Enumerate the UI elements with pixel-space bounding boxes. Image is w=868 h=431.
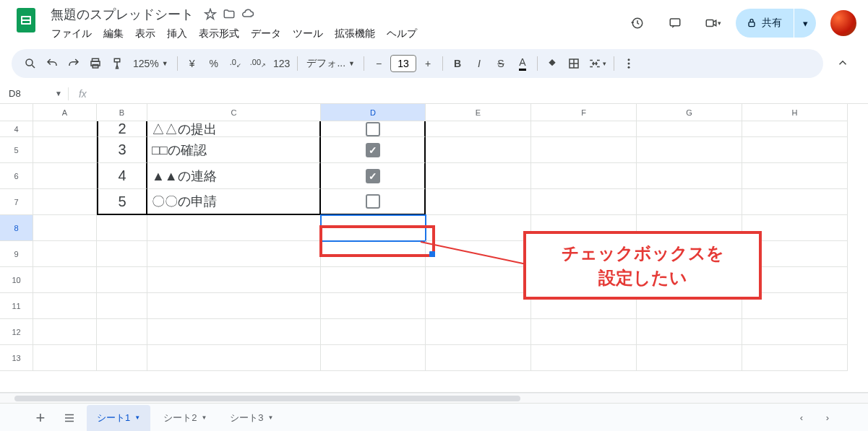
cell-D8[interactable] [321, 215, 426, 241]
fill-color-button[interactable] [542, 53, 562, 74]
sheets-logo[interactable] [12, 6, 40, 35]
cell-F7[interactable] [531, 189, 637, 215]
cell-E13[interactable] [426, 345, 531, 371]
checkbox[interactable] [366, 194, 380, 209]
bold-button[interactable]: B [447, 53, 468, 74]
cell-E8[interactable] [426, 215, 531, 241]
cell-H7[interactable] [742, 189, 848, 215]
menu-挿入[interactable]: 挿入 [162, 25, 192, 43]
cell-B9[interactable] [97, 241, 147, 267]
row-header-6[interactable]: 6 [0, 163, 33, 189]
cell-E12[interactable] [426, 319, 531, 345]
cell-C12[interactable] [147, 319, 321, 345]
collapse-toolbar-icon[interactable] [829, 52, 856, 76]
menu-編集[interactable]: 編集 [98, 25, 129, 43]
all-sheets-button[interactable] [58, 406, 81, 430]
sheet-tab-シート2[interactable]: シート2 ▼ [153, 405, 217, 431]
cell-G12[interactable] [637, 319, 742, 345]
col-header-A[interactable]: A [33, 104, 97, 121]
cell-A4[interactable] [33, 121, 97, 137]
cell-E4[interactable] [426, 121, 531, 137]
undo-icon[interactable] [42, 53, 62, 74]
col-header-C[interactable]: C [147, 104, 321, 121]
cell-D7[interactable] [321, 189, 426, 215]
cell-D6[interactable] [321, 163, 426, 189]
cell-G4[interactable] [637, 121, 742, 137]
font-select[interactable]: デフォ... ▼ [302, 53, 359, 74]
merge-button[interactable]: ▾ [585, 53, 609, 74]
cell-B6[interactable]: 4 [97, 163, 147, 189]
currency-button[interactable]: ¥ [182, 53, 202, 74]
cell-D5[interactable] [321, 137, 426, 163]
checkbox[interactable] [366, 122, 380, 136]
cell-A6[interactable] [33, 163, 97, 189]
percent-button[interactable]: % [204, 53, 224, 74]
cloud-status-icon[interactable] [241, 8, 254, 21]
cell-B5[interactable]: 3 [97, 137, 147, 163]
cell-C10[interactable] [147, 267, 321, 293]
cell-E10[interactable] [426, 267, 531, 293]
cell-A11[interactable] [33, 293, 97, 319]
menu-表示形式[interactable]: 表示形式 [194, 25, 244, 43]
cell-A10[interactable] [33, 267, 97, 293]
menu-ファイル[interactable]: ファイル [46, 25, 97, 43]
col-header-B[interactable]: B [97, 104, 147, 121]
cell-A9[interactable] [33, 241, 97, 267]
cell-A5[interactable] [33, 137, 97, 163]
row-header-7[interactable]: 7 [0, 189, 33, 215]
font-size-increase[interactable]: + [418, 53, 438, 74]
cell-A7[interactable] [33, 189, 97, 215]
strikethrough-button[interactable]: S [491, 53, 511, 74]
cell-E6[interactable] [426, 163, 531, 189]
cell-F13[interactable] [531, 345, 637, 371]
cell-D13[interactable] [321, 345, 426, 371]
meet-icon[interactable]: ▾ [698, 9, 727, 38]
text-color-button[interactable]: A [512, 53, 533, 74]
menu-ヘルプ[interactable]: ヘルプ [382, 25, 422, 43]
row-header-5[interactable]: 5 [0, 137, 33, 163]
cell-B10[interactable] [97, 267, 147, 293]
search-icon[interactable] [20, 53, 40, 74]
horizontal-scrollbar[interactable] [0, 393, 868, 403]
cell-G13[interactable] [637, 345, 742, 371]
cell-C7[interactable]: 〇〇の申請 [147, 189, 321, 215]
cell-D11[interactable] [321, 293, 426, 319]
cell-C13[interactable] [147, 345, 321, 371]
cell-H12[interactable] [742, 319, 848, 345]
cell-C11[interactable] [147, 293, 321, 319]
col-header-F[interactable]: F [531, 104, 637, 121]
cell-B4[interactable]: 2 [97, 121, 147, 137]
cell-B7[interactable]: 5 [97, 189, 147, 215]
row-header-4[interactable]: 4 [0, 121, 33, 137]
name-box-dropdown[interactable]: ▼ [55, 90, 62, 97]
history-icon[interactable] [623, 9, 652, 38]
sheet-tab-シート3[interactable]: シート3 ▼ [220, 405, 283, 431]
row-header-8[interactable]: 8 [0, 215, 33, 241]
font-size-decrease[interactable]: − [369, 53, 389, 74]
row-header-10[interactable]: 10 [0, 267, 33, 293]
cell-E7[interactable] [426, 189, 531, 215]
cell-H13[interactable] [742, 345, 848, 371]
cell-F6[interactable] [531, 163, 637, 189]
cell-F4[interactable] [531, 121, 637, 137]
cell-E5[interactable] [426, 137, 531, 163]
scroll-sheets-left[interactable]: ‹ [790, 406, 813, 430]
zoom-select[interactable]: 125% ▼ [129, 53, 173, 74]
cell-E11[interactable] [426, 293, 531, 319]
cell-G5[interactable] [637, 137, 742, 163]
doc-title[interactable]: 無題のスプレッドシート [46, 4, 198, 25]
checkbox[interactable] [366, 169, 380, 183]
decrease-decimal-button[interactable]: .0↙ [225, 53, 246, 74]
col-header-H[interactable]: H [742, 104, 848, 121]
checkbox[interactable] [366, 143, 380, 157]
col-header-G[interactable]: G [637, 104, 742, 121]
cell-B13[interactable] [97, 345, 147, 371]
sheet-tab-シート1[interactable]: シート1 ▼ [87, 405, 150, 431]
increase-decimal-button[interactable]: .00↗ [247, 53, 269, 74]
cell-D9[interactable] [321, 241, 426, 267]
cell-F5[interactable] [531, 137, 637, 163]
cell-H5[interactable] [742, 137, 848, 163]
cell-B11[interactable] [97, 293, 147, 319]
cell-B8[interactable] [97, 215, 147, 241]
number-format-button[interactable]: 123 [270, 53, 293, 74]
